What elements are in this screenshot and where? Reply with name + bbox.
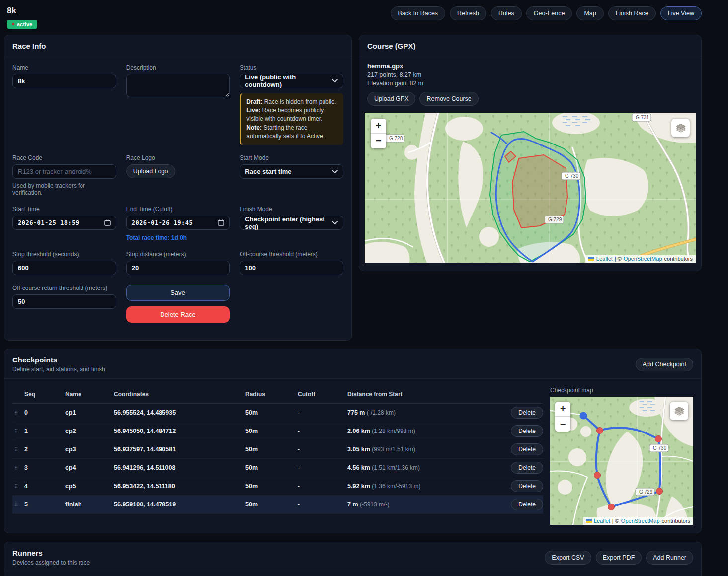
race-logo-label: Race Logo xyxy=(126,154,230,161)
map-attribution: Leaflet | © OpenStreetMap contributors xyxy=(583,517,693,525)
delete-checkpoint-button[interactable]: Delete xyxy=(511,462,543,474)
top-bar: 8k active Back to Races Refresh Rules Ge… xyxy=(4,5,702,29)
delete-checkpoint-button[interactable]: Delete xyxy=(511,499,543,510)
checkpoint-distance: 7 m (-5913 m/-) xyxy=(347,501,495,508)
delete-checkpoint-button[interactable]: Delete xyxy=(511,425,543,437)
end-time-input[interactable]: 2026-01-26 19:45 xyxy=(126,216,230,230)
stop-distance-input[interactable] xyxy=(126,261,230,275)
checkpoint-radius: 50m xyxy=(245,428,298,434)
name-input[interactable] xyxy=(12,74,116,88)
checkpoints-panel: Checkpoints Define start, aid stations, … xyxy=(4,349,702,533)
delete-race-button[interactable]: Delete Race xyxy=(126,306,230,323)
delete-checkpoint-button[interactable]: Delete xyxy=(511,480,543,492)
leaflet-link[interactable]: Leaflet xyxy=(594,518,610,524)
drag-handle-icon[interactable] xyxy=(12,502,24,507)
stop-distance-field: Stop distance (meters) xyxy=(126,251,230,275)
drag-handle-icon[interactable] xyxy=(12,410,24,416)
checkpoint-coordinates: 56.955524, 14.485935 xyxy=(114,409,245,416)
delete-checkpoint-button[interactable]: Delete xyxy=(511,407,543,419)
osm-link[interactable]: OpenStreetMap xyxy=(621,518,660,524)
finish-race-button[interactable]: Finish Race xyxy=(608,6,656,20)
calendar-icon[interactable] xyxy=(104,219,111,226)
checkpoints-table: Seq Name Coordinates Radius Cutoff Dista… xyxy=(12,385,543,525)
name-label: Name xyxy=(12,64,116,71)
race-code-input[interactable] xyxy=(12,164,116,179)
runners-title: Runners xyxy=(12,549,90,557)
off-course-return-field: Off-course return threshold (meters) xyxy=(12,285,116,323)
status-select[interactable]: Live (public with countdown) xyxy=(240,74,343,88)
zoom-out-button[interactable]: − xyxy=(371,134,386,148)
gpx-file-stats: 217 points, 8.27 km xyxy=(367,72,693,78)
col-cutoff: Cutoff xyxy=(298,391,347,398)
svg-text:G 729: G 729 xyxy=(639,489,653,495)
drag-handle-icon[interactable] xyxy=(12,465,24,471)
checkpoint-seq: 0 xyxy=(24,409,65,416)
runners-subtitle: Devices assigned to this race xyxy=(12,559,90,566)
save-button[interactable]: Save xyxy=(126,285,230,301)
stop-distance-label: Stop distance (meters) xyxy=(126,251,230,258)
export-pdf-button[interactable]: Export PDF xyxy=(596,551,642,565)
checkpoint-name: finish xyxy=(65,501,114,508)
map-attribution: Leaflet | © OpenStreetMap contributors xyxy=(585,255,696,263)
refresh-button[interactable]: Refresh xyxy=(450,6,486,20)
end-time-label: End Time (Cutoff) xyxy=(126,206,230,213)
checkpoint-radius: 50m xyxy=(245,464,298,471)
ukraine-flag-icon xyxy=(586,519,592,523)
start-marker[interactable] xyxy=(580,412,587,420)
status-field: Status Live (public with countdown) Draf… xyxy=(240,64,343,145)
drag-handle-icon[interactable] xyxy=(12,484,24,489)
checkpoint-distance: 5.92 km (1.36 km/-5913 m) xyxy=(347,483,495,490)
off-course-threshold-input[interactable] xyxy=(240,261,343,275)
zoom-in-button[interactable]: + xyxy=(555,402,570,417)
description-input[interactable] xyxy=(126,74,230,97)
start-mode-select[interactable]: Race start time xyxy=(240,164,343,179)
add-runner-button[interactable]: Add Runner xyxy=(646,551,693,565)
delete-checkpoint-button[interactable]: Delete xyxy=(511,443,543,455)
layers-control[interactable] xyxy=(671,119,690,137)
checkpoint-cutoff: - xyxy=(298,428,347,434)
back-to-races-button[interactable]: Back to Races xyxy=(391,6,446,20)
upload-logo-button[interactable]: Upload Logo xyxy=(126,164,175,178)
checkpoint-map[interactable]: G 730 G 729 xyxy=(550,397,693,525)
export-csv-button[interactable]: Export CSV xyxy=(545,551,591,565)
svg-text:G 731: G 731 xyxy=(636,115,649,120)
col-name: Name xyxy=(65,391,114,398)
geo-fence-button[interactable]: Geo-Fence xyxy=(526,6,572,20)
upload-gpx-button[interactable]: Upload GPX xyxy=(367,92,415,106)
calendar-icon[interactable] xyxy=(218,219,224,226)
total-race-time: Total race time: 1d 0h xyxy=(126,234,230,241)
drag-handle-icon[interactable] xyxy=(12,447,24,452)
osm-link[interactable]: OpenStreetMap xyxy=(624,256,662,262)
course-map[interactable]: G 728 G 731 G 730 G 729 + − xyxy=(365,113,696,263)
drag-handle-icon[interactable] xyxy=(12,429,24,434)
remove-course-button[interactable]: Remove Course xyxy=(419,92,478,106)
checkpoint-map-label: Checkpoint map xyxy=(550,387,693,394)
rules-button[interactable]: Rules xyxy=(491,6,522,20)
checkpoint-seq: 3 xyxy=(24,464,65,471)
checkpoint-row-selected: 5 finish 56.959100, 14.478519 50m - 7 m … xyxy=(12,496,543,514)
race-info-panel: Race Info Name Description Status Live ( xyxy=(4,35,352,341)
checkpoint-row: 3 cp4 56.941296, 14.511008 50m - 4.56 km… xyxy=(12,459,543,477)
layers-control[interactable] xyxy=(670,402,688,420)
svg-text:G 730: G 730 xyxy=(653,445,667,451)
description-label: Description xyxy=(126,64,230,71)
add-checkpoint-button[interactable]: Add Checkpoint xyxy=(636,358,693,371)
course-panel: Course (GPX) hemma.gpx 217 points, 8.27 … xyxy=(359,35,702,271)
live-view-button[interactable]: Live View xyxy=(660,6,702,20)
finish-mode-select[interactable]: Checkpoint enter (highest seq) xyxy=(240,216,343,230)
leaflet-link[interactable]: Leaflet xyxy=(596,256,613,262)
checkpoint-coordinates: 56.945050, 14.484712 xyxy=(114,428,245,434)
checkpoint-cutoff: - xyxy=(298,446,347,453)
description-field: Description xyxy=(126,64,230,145)
zoom-out-button[interactable]: − xyxy=(555,417,570,432)
checkpoint-seq: 4 xyxy=(24,483,65,490)
race-code-field: Race Code Used by mobile trackers for ve… xyxy=(12,154,116,196)
svg-text:G 728: G 728 xyxy=(389,136,403,141)
off-course-return-input[interactable] xyxy=(12,294,116,309)
checkpoint-cutoff: - xyxy=(298,501,347,508)
start-time-input[interactable]: 2026-01-25 18:59 xyxy=(12,216,116,230)
zoom-in-button[interactable]: + xyxy=(371,119,386,134)
checkpoint-seq: 5 xyxy=(24,501,65,508)
header-map-button[interactable]: Map xyxy=(576,6,603,20)
stop-threshold-input[interactable] xyxy=(12,261,116,275)
